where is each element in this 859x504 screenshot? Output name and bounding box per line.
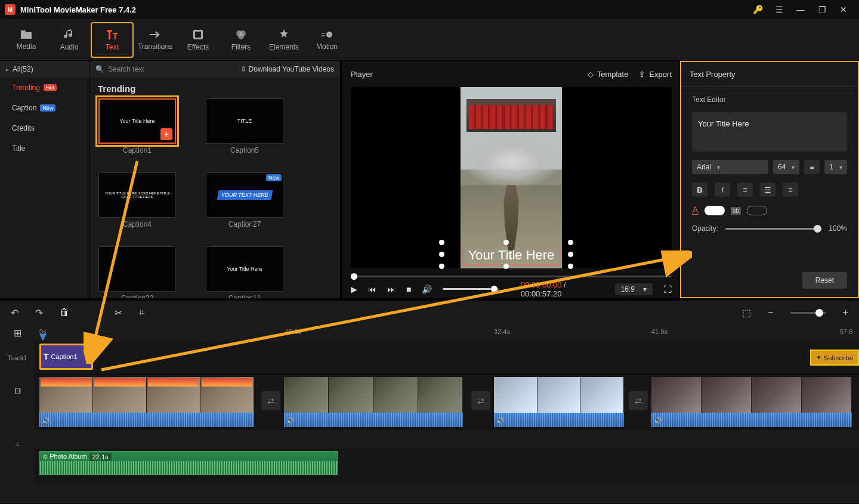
video-clip[interactable]: 🔊 — [494, 377, 624, 427]
category-trending[interactable]: TrendingHot — [0, 78, 89, 98]
crop-button[interactable]: ⌗ — [139, 307, 144, 318]
stop-button[interactable]: ■ — [406, 285, 411, 294]
reset-button[interactable]: Reset — [802, 272, 847, 289]
minimize-button[interactable]: ― — [790, 0, 811, 19]
subscribe-button[interactable]: ✦ Subscribe — [810, 350, 859, 366]
audio-track[interactable]: ♫Photo Album 22.1s — [35, 449, 859, 484]
upgrade-key-icon[interactable]: 🔑 — [747, 0, 768, 19]
split-button[interactable]: ✂ — [115, 307, 122, 319]
zoom-out-button[interactable]: − — [768, 307, 773, 318]
menu-icon[interactable]: ☰ — [768, 0, 790, 19]
timeline-ruler[interactable]: 0s18.3s32.4s41.9s57.8 — [35, 324, 859, 341]
highlight-color-picker[interactable] — [747, 206, 767, 215]
fullscreen-button[interactable]: ⛶ — [663, 285, 672, 294]
text-color-label: A — [692, 205, 699, 216]
app-logo: M — [5, 4, 16, 15]
video-clip[interactable]: 🔊 — [651, 377, 852, 427]
tab-effects[interactable]: Effects — [177, 22, 220, 58]
italic-button[interactable]: I — [715, 183, 730, 197]
text-track[interactable]: TCaption1 ✦ Subscribe — [35, 341, 859, 375]
library-heading: Trending — [95, 84, 340, 94]
add-track-button[interactable]: ⊞ — [0, 324, 35, 341]
thumb-caption1[interactable]: Your Title Here+Caption1 — [95, 98, 179, 154]
tab-filters[interactable]: Filters — [220, 22, 262, 58]
line-spacing-select[interactable]: 1 — [824, 160, 847, 174]
timeline: ⊞ Track1 🎞 ♫ 0s18.3s32.4s41.9s57.8 TCapt… — [0, 324, 859, 503]
export-button[interactable]: ⇪Export — [639, 70, 672, 79]
text-editor-label: Text Editor — [692, 95, 847, 104]
transition-slot[interactable]: ⇄ — [629, 391, 648, 410]
download-youtube-link[interactable]: ⇩ Download YouTube Videos — [240, 65, 334, 73]
tab-audio[interactable]: Audio — [48, 22, 91, 58]
transition-slot[interactable]: ⇄ — [471, 391, 490, 410]
transition-slot[interactable]: ⇄ — [261, 391, 280, 410]
ruler-mark: 0s — [39, 328, 47, 335]
bold-button[interactable]: B — [692, 183, 707, 197]
ruler-mark: 18.3s — [285, 328, 301, 335]
video-track[interactable]: 🔊🔊🔊🔊⇄⇄⇄ — [35, 375, 859, 429]
text-property-panel: Text Property Text Editor Arial 64 ≡ 1 B… — [680, 61, 859, 298]
opacity-slider[interactable] — [725, 228, 821, 230]
tab-transitions[interactable]: Transitions — [134, 22, 177, 58]
font-select[interactable]: Arial — [692, 160, 768, 174]
redo-button[interactable]: ↷ — [35, 307, 43, 319]
volume-slider[interactable] — [443, 288, 499, 290]
thumb-caption22[interactable]: Caption22 — [95, 246, 179, 298]
aspect-ratio-select[interactable]: 16:9▾ — [615, 283, 653, 295]
property-title: Text Property — [681, 62, 858, 87]
snap-toggle[interactable]: ⬚ — [742, 307, 751, 319]
preview-frame — [461, 87, 562, 268]
delete-button[interactable]: 🗑 — [60, 307, 69, 318]
player-label: Player — [351, 70, 373, 79]
search-input[interactable]: 🔍 Search text — [95, 65, 234, 73]
text-overlay[interactable]: Your Title Here — [463, 246, 560, 265]
tab-media[interactable]: Media — [5, 22, 48, 58]
download-icon: ⇩ — [240, 65, 246, 73]
ruler-mark: 41.9s — [651, 328, 668, 335]
tab-motion[interactable]: Motion — [305, 22, 348, 58]
template-icon: ◇ — [588, 70, 594, 79]
ruler-mark: 57.8 — [840, 328, 852, 335]
video-clip[interactable]: 🔊 — [284, 377, 463, 427]
next-frame-button[interactable]: ⏭ — [387, 285, 395, 294]
thumb-caption11[interactable]: Your Title HereCaption11 — [203, 246, 286, 298]
opacity-value: 100% — [829, 224, 847, 233]
category-all[interactable]: All(52) — [0, 61, 89, 78]
volume-icon[interactable]: 🔊 — [422, 285, 432, 294]
line-spacing-icon: ≡ — [804, 160, 820, 174]
titlebar: M MiniTool MovieMaker Free 7.4.2 🔑 ☰ ― ❐… — [0, 0, 859, 19]
prev-frame-button[interactable]: ⏮ — [368, 285, 376, 294]
svg-rect-1 — [195, 32, 201, 38]
template-button[interactable]: ◇Template — [588, 70, 629, 79]
category-credits[interactable]: Credits — [0, 118, 89, 138]
thumb-caption5[interactable]: TITLECaption5 — [203, 98, 286, 154]
maximize-button[interactable]: ❐ — [811, 0, 833, 19]
seek-bar[interactable] — [351, 271, 672, 280]
category-title[interactable]: Title — [0, 138, 89, 159]
play-button[interactable]: ▶ — [351, 285, 357, 294]
player-panel: Player ◇Template ⇪Export Your Title Here… — [340, 61, 680, 298]
video-clip[interactable]: 🔊 — [39, 377, 254, 427]
font-size-select[interactable]: 64 — [773, 160, 799, 174]
audio-clip[interactable]: ♫Photo Album 22.1s — [39, 451, 338, 475]
svg-point-4 — [238, 33, 244, 39]
caption-clip[interactable]: TCaption1 — [39, 344, 93, 370]
preview-area[interactable]: Your Title Here — [351, 87, 672, 268]
tab-text[interactable]: Text — [91, 22, 134, 58]
text-color-picker[interactable] — [704, 206, 725, 215]
tab-elements[interactable]: Elements — [262, 22, 305, 58]
category-sidebar: All(52) TrendingHotCaptionNewCreditsTitl… — [0, 61, 89, 298]
align-center-button[interactable]: ☰ — [760, 183, 775, 197]
add-icon[interactable]: + — [160, 128, 172, 140]
category-caption[interactable]: CaptionNew — [0, 98, 89, 118]
zoom-in-button[interactable]: + — [843, 307, 848, 318]
zoom-slider[interactable] — [790, 312, 826, 314]
audio-track-icon: ♫ — [0, 427, 35, 460]
text-content-input[interactable] — [692, 112, 847, 151]
align-left-button[interactable]: ≡ — [737, 183, 753, 197]
thumb-caption27[interactable]: NewYOUR TEXT HERECaption27 — [203, 172, 286, 228]
undo-button[interactable]: ↶ — [11, 307, 18, 319]
align-right-button[interactable]: ≡ — [783, 183, 798, 197]
close-button[interactable]: ✕ — [833, 0, 854, 19]
thumb-caption4[interactable]: YOUR TITLE HERE GOES HERE TITLE GOES TIT… — [95, 172, 179, 228]
